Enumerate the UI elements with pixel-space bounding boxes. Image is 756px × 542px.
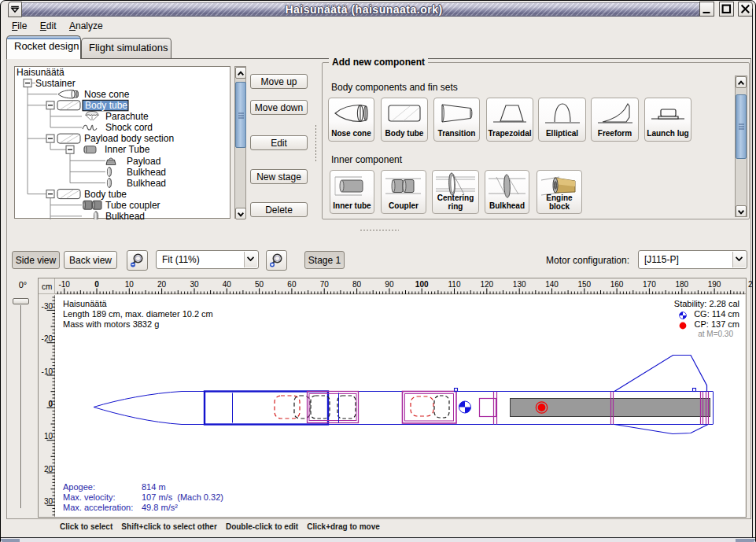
- svg-text:30: 30: [190, 280, 199, 289]
- svg-text:40: 40: [223, 280, 232, 289]
- svg-text:20: 20: [157, 280, 167, 289]
- svg-text:60: 60: [287, 280, 297, 289]
- svg-text:Inner Tube: Inner Tube: [105, 144, 150, 155]
- svg-text:10: 10: [44, 432, 53, 441]
- svg-text:110: 110: [448, 280, 461, 289]
- svg-text:150: 150: [577, 280, 591, 289]
- svg-text:90: 90: [385, 280, 394, 289]
- svg-text:190: 190: [708, 280, 721, 289]
- svg-text:Bulkhead: Bulkhead: [127, 167, 166, 178]
- svg-text:130: 130: [513, 280, 526, 289]
- svg-text:Payload: Payload: [127, 156, 160, 167]
- svg-text:-10: -10: [58, 280, 70, 289]
- svg-text:-10: -10: [42, 367, 53, 376]
- svg-text:-20: -20: [42, 334, 53, 343]
- svg-text:Body tube: Body tube: [84, 189, 127, 200]
- svg-text:80: 80: [352, 280, 362, 289]
- svg-text:100: 100: [415, 280, 429, 289]
- svg-text:10: 10: [125, 280, 135, 289]
- svg-text:Nose cone: Nose cone: [84, 89, 130, 100]
- svg-text:Tube coupler: Tube coupler: [105, 200, 160, 211]
- svg-text:0: 0: [48, 400, 53, 408]
- svg-text:Payload body section: Payload body section: [84, 133, 174, 144]
- svg-text:Body tube: Body tube: [85, 100, 127, 111]
- svg-text:180: 180: [675, 280, 688, 289]
- svg-text:30: 30: [44, 497, 53, 506]
- svg-text:Bulkhead: Bulkhead: [127, 178, 166, 189]
- svg-text:20: 20: [44, 465, 53, 474]
- svg-text:170: 170: [643, 280, 656, 289]
- svg-text:Bulkhead: Bulkhead: [105, 211, 145, 219]
- svg-text:140: 140: [545, 280, 559, 289]
- svg-text:-30: -30: [42, 302, 53, 311]
- svg-text:160: 160: [610, 280, 624, 289]
- svg-text:50: 50: [255, 280, 264, 289]
- svg-text:Haisunäätä: Haisunäätä: [17, 67, 65, 78]
- svg-text:Shock cord: Shock cord: [105, 122, 153, 133]
- svg-text:Parachute: Parachute: [105, 111, 149, 122]
- svg-text:Sustainer: Sustainer: [35, 78, 76, 89]
- svg-text:120: 120: [480, 280, 493, 289]
- svg-text:0: 0: [94, 280, 99, 289]
- svg-text:70: 70: [320, 280, 330, 289]
